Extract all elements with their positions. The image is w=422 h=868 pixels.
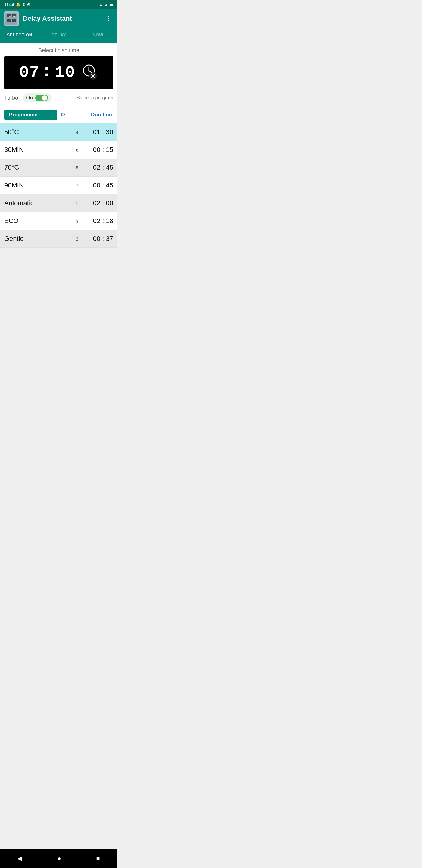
tab-delay[interactable]: DELAY: [39, 28, 78, 42]
table-row[interactable]: 30MIN 6 00 : 15: [0, 141, 118, 159]
tab-now[interactable]: NOW: [78, 28, 118, 42]
turbo-label: Turbo: [4, 95, 18, 101]
table-row[interactable]: Gentle 2 00 : 37: [0, 230, 118, 248]
row-duration: 00 : 37: [83, 235, 113, 243]
row-name: 90MIN: [4, 181, 71, 189]
table-row[interactable]: 70°C 5 02 : 45: [0, 159, 118, 177]
wifi-icon: ▲: [99, 2, 103, 7]
row-order: 6: [71, 147, 83, 153]
table-row[interactable]: Automatic 1 02 : 00: [0, 194, 118, 212]
turbo-toggle[interactable]: On: [23, 93, 52, 102]
status-time: 11:16: [4, 2, 14, 7]
status-bar: 11:16 🔔 ⊙ ◎ ▲ ▲ ▭: [0, 0, 118, 9]
camera-icon: ◎: [27, 2, 30, 7]
svg-rect-4: [12, 19, 16, 22]
select-program-label: Select a program: [76, 95, 113, 101]
turbo-row: Turbo On Select a program: [0, 89, 118, 107]
finish-time-label: Select finish time: [0, 43, 118, 56]
table-row[interactable]: 50°C 4 01 : 30: [0, 123, 118, 141]
row-name: ECO: [4, 217, 71, 225]
clock-hours: 07: [19, 64, 40, 81]
header-programme: Programme: [4, 110, 57, 120]
svg-rect-3: [7, 19, 11, 22]
row-duration: 01 : 30: [83, 128, 113, 136]
header-o: O: [57, 112, 69, 118]
table-row[interactable]: ECO 3 02 : 18: [0, 212, 118, 230]
location-icon: ⊙: [22, 2, 25, 7]
status-icons-area: ▲ ▲ ▭: [99, 2, 113, 7]
svg-line-9: [89, 70, 91, 72]
clock-minutes: 10: [55, 64, 75, 81]
table-rows: 50°C 4 01 : 30 30MIN 6 00 : 15 70°C 5 02…: [0, 123, 118, 248]
bottom-spacer: [0, 248, 118, 269]
row-name: 50°C: [4, 128, 71, 136]
row-duration: 00 : 45: [83, 181, 113, 189]
svg-text:155: 155: [7, 16, 11, 18]
row-order: 7: [71, 183, 83, 188]
more-options-button[interactable]: ⋮: [104, 13, 113, 24]
row-duration: 00 : 15: [83, 146, 113, 154]
content-area: Select finish time 07 : 10 Turbo On Sele…: [0, 43, 118, 248]
svg-point-11: [92, 75, 94, 77]
row-name: Gentle: [4, 235, 71, 243]
row-name: 30MIN: [4, 146, 71, 154]
signal-icon: ▲: [104, 2, 108, 7]
row-order: 5: [71, 165, 83, 170]
row-order: 2: [71, 236, 83, 241]
row-name: 70°C: [4, 164, 71, 172]
row-order: 4: [71, 130, 83, 135]
app-bar: 155 ISS Delay Assistant ⋮: [0, 9, 118, 28]
clock-display[interactable]: 07 : 10: [4, 56, 113, 89]
row-order: 1: [71, 201, 83, 206]
row-order: 3: [71, 218, 83, 224]
row-duration: 02 : 45: [83, 164, 113, 172]
svg-text:ISS: ISS: [13, 16, 17, 18]
table-header: Programme O Duration: [0, 107, 118, 123]
clock-colon: :: [41, 62, 53, 81]
tabs-bar: SELECTION DELAY NOW: [0, 28, 118, 43]
row-name: Automatic: [4, 199, 71, 207]
clock-digits: 07 : 10: [19, 62, 75, 84]
toggle-switch[interactable]: [35, 95, 48, 101]
row-duration: 02 : 18: [83, 217, 113, 225]
app-icon: 155 ISS: [4, 11, 19, 26]
turbo-state-label: On: [26, 95, 33, 101]
status-time-area: 11:16 🔔 ⊙ ◎: [4, 2, 30, 7]
app-title: Delay Assistant: [23, 15, 100, 23]
clock-settings-icon[interactable]: [81, 63, 98, 82]
notification-icon: 🔔: [16, 2, 21, 7]
tab-selection[interactable]: SELECTION: [0, 28, 39, 42]
battery-icon: ▭: [110, 2, 113, 7]
table-row[interactable]: 90MIN 7 00 : 45: [0, 177, 118, 194]
row-duration: 02 : 00: [83, 199, 113, 207]
header-duration: Duration: [69, 112, 113, 118]
